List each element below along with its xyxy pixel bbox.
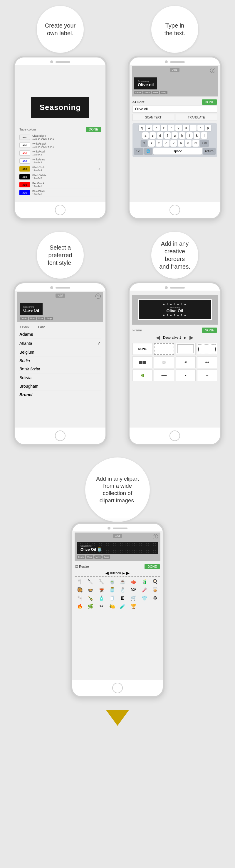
key-return[interactable]: return <box>203 148 216 155</box>
font-item-brougham[interactable]: Brougham <box>19 382 101 391</box>
phone3-swap-btn[interactable]: Swap <box>45 317 53 320</box>
clipart-item-28[interactable]: 🍋 <box>107 603 117 610</box>
font-item-bolivia[interactable]: Bolivia <box>19 374 101 382</box>
clipart-item-15[interactable]: 🥢 <box>140 587 149 593</box>
clipart-item-2[interactable]: 🔪 <box>86 578 96 585</box>
key-h[interactable]: h <box>179 132 185 139</box>
clipart-item-7[interactable]: 🧃 <box>140 578 149 585</box>
tape-row-1[interactable]: ABC Clear/Black12a-141/12a-5141 <box>19 133 101 141</box>
clipart-item-14[interactable]: 🍽 <box>129 587 138 593</box>
scan-text-button[interactable]: SCAN TEXT <box>132 114 174 121</box>
phone5-delete-btn[interactable]: Delete <box>77 555 85 559</box>
phone3-question-icon[interactable]: ? <box>96 293 101 299</box>
key-z[interactable]: z <box>148 140 155 147</box>
phone2-home-button[interactable] <box>169 205 180 215</box>
key-c[interactable]: c <box>163 140 169 147</box>
frame-cell-10[interactable]: ✂ <box>176 370 195 381</box>
key-y[interactable]: y <box>175 125 182 131</box>
tape-row-8[interactable]: ABC Blue/Black12a-541 <box>19 189 101 197</box>
key-n[interactable]: n <box>185 140 191 147</box>
clipart-item-22[interactable]: 🛒 <box>129 595 138 601</box>
clipart-item-11[interactable]: 🫕 <box>97 587 106 593</box>
font-item-brush[interactable]: Brush Script <box>19 365 101 374</box>
key-q[interactable]: q <box>139 125 145 131</box>
key-e[interactable]: e <box>153 125 160 131</box>
clipart-item-30[interactable]: 🏆 <box>129 603 138 610</box>
phone2-move-btn[interactable]: Move <box>143 91 151 94</box>
font-done-button[interactable]: DONE <box>202 99 217 105</box>
clipart-item-4[interactable]: 🍵 <box>107 578 117 585</box>
frame-cell-4[interactable]: ⬛⬛ <box>132 356 153 368</box>
phone5-move-btn2[interactable]: Move <box>94 555 102 559</box>
key-x[interactable]: x <box>156 140 162 147</box>
key-u[interactable]: u <box>183 125 189 131</box>
phone3-delete-btn[interactable]: Delete <box>20 317 28 320</box>
font-back-button[interactable]: < Back <box>19 325 29 329</box>
font-item-berlin[interactable]: Berlin <box>19 356 101 365</box>
clipart-item-3[interactable]: 🥄 <box>97 578 106 585</box>
key-123[interactable]: 123 <box>134 148 143 155</box>
phone3-move-btn2[interactable]: Move <box>37 317 44 320</box>
frame-cell-3[interactable] <box>197 343 217 355</box>
key-b[interactable]: b <box>178 140 184 147</box>
font-item-atlanta[interactable]: Atlanta ✓ <box>19 339 101 348</box>
clipart-item-25[interactable]: 🔥 <box>75 603 85 610</box>
clipart-item-9[interactable]: 🥘 <box>75 587 85 593</box>
tape-row-3[interactable]: ABC White/Red12a-242 <box>19 149 101 157</box>
tape-row-5[interactable]: ABC Black/Gold12a-344 ✓ <box>19 165 101 173</box>
key-g[interactable]: g <box>172 132 178 139</box>
key-m[interactable]: m <box>192 140 199 147</box>
phone5-question-icon[interactable]: ? <box>153 534 158 539</box>
phone5-add-btn[interactable]: Add <box>113 534 122 538</box>
phone5-swap-btn[interactable]: Swap <box>103 555 110 559</box>
kitchen-nav-left[interactable]: ◀ <box>105 571 109 575</box>
kitchen-nav-right[interactable]: ▶ <box>126 571 130 575</box>
clipart-item-24[interactable]: ♻ <box>150 595 160 601</box>
clipart-item-10[interactable]: 🍲 <box>86 587 96 593</box>
key-l[interactable]: l <box>201 132 207 139</box>
phone4-home-button[interactable] <box>169 431 180 441</box>
phone3-add-btn[interactable]: Add <box>55 293 65 298</box>
frame-cell-5[interactable]: ░░ <box>154 356 174 368</box>
key-p[interactable]: p <box>205 125 211 131</box>
key-o[interactable]: o <box>198 125 204 131</box>
clipart-item-20[interactable]: 🧻 <box>107 595 117 601</box>
tape-row-6[interactable]: ABC Black/White12a-345 <box>19 173 101 181</box>
clipart-item-26[interactable]: 🌿 <box>86 603 96 610</box>
clipart-item-18[interactable]: 🍾 <box>86 595 96 601</box>
key-shift[interactable]: ⇧ <box>141 140 148 147</box>
phone3-move-btn[interactable]: Move <box>29 317 36 320</box>
phone1-home-button[interactable] <box>55 205 66 215</box>
frame-cell-2[interactable] <box>176 343 195 355</box>
phone3-home-button[interactable] <box>55 431 66 441</box>
tape-row-2[interactable]: ABC White/Black12a-241/12a-5241 <box>19 141 101 149</box>
clipart-item-29[interactable]: 🧪 <box>119 603 128 610</box>
clipart-item-19[interactable]: 🧴 <box>97 595 106 601</box>
clipart-item-12[interactable]: 🫙 <box>107 587 117 593</box>
frame-cell-8[interactable]: 🌿 <box>132 370 153 381</box>
clipart-item-27[interactable]: ✂ <box>97 603 106 610</box>
frame-cell-none[interactable]: NONE <box>132 343 153 355</box>
tape-done-button[interactable]: DONE <box>86 127 101 132</box>
frame-nav-right[interactable]: ▶ <box>189 334 193 341</box>
phone2-swap-btn[interactable]: Swap <box>160 91 167 94</box>
frame-cell-7[interactable]: ◈◈ <box>197 356 217 368</box>
clipart-item-5[interactable]: ☕ <box>119 578 128 585</box>
text-input-field[interactable] <box>132 105 217 113</box>
frame-cell-1[interactable]: ··· <box>154 343 174 355</box>
frame-cell-9[interactable]: ▬▬ <box>154 370 174 381</box>
key-space[interactable]: space <box>153 148 202 155</box>
key-i[interactable]: i <box>190 125 197 131</box>
clipart-item-6[interactable]: 🫖 <box>129 578 138 585</box>
phone2-delete-btn[interactable]: Delete <box>134 91 142 94</box>
key-w[interactable]: w <box>146 125 153 131</box>
clipart-item-8[interactable]: 🍳 <box>150 578 160 585</box>
key-globe[interactable]: 🌐 <box>144 148 153 155</box>
clipart-item-1[interactable]: 🍴 <box>75 578 85 585</box>
key-f[interactable]: f <box>164 132 171 139</box>
key-v[interactable]: v <box>171 140 177 147</box>
font-item-adams[interactable]: Adams <box>19 330 101 339</box>
phone5-home-button[interactable] <box>112 683 123 693</box>
frame-cell-11[interactable]: ✏ <box>197 370 217 381</box>
phone5-move-btn[interactable]: Move <box>86 555 94 559</box>
